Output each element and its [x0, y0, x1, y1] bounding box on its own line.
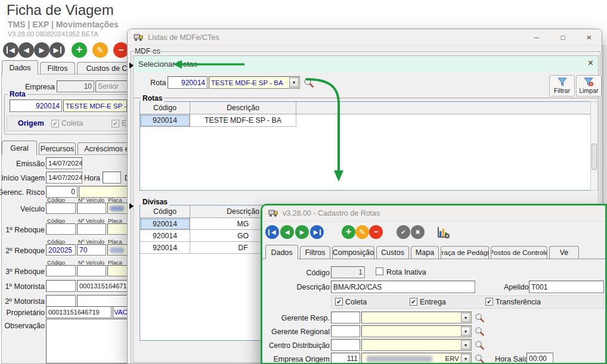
chart-settings-icon[interactable]: [437, 226, 450, 239]
rotas-col-codigo[interactable]: Código: [140, 102, 190, 114]
reboque2-num-field[interactable]: 70: [77, 244, 106, 256]
next-record-button[interactable]: ▶: [295, 225, 309, 239]
motorista1-codigo-field[interactable]: [46, 280, 76, 292]
rotas-row-descricao[interactable]: TESTE MDF-E SP - BA: [190, 114, 296, 127]
reboque3-placa-field[interactable]: [107, 265, 128, 276]
minimize-button[interactable]: ─: [524, 29, 549, 45]
descricao-field[interactable]: BMA/RJO/CAS: [331, 281, 475, 293]
motorista1-doc-field[interactable]: 00013151646719: [77, 280, 128, 292]
reboque1-num-field[interactable]: [77, 223, 106, 235]
veiculo-codigo-field[interactable]: [46, 203, 76, 214]
rota-select-combo[interactable]: TESTE MDF-E SP - BA ▼: [209, 76, 300, 89]
close-button[interactable]: ×: [577, 29, 602, 45]
prev-record-button[interactable]: ◀: [18, 42, 34, 58]
gerenc-risco-field[interactable]: 0: [46, 186, 78, 198]
tab-cadastro-custos[interactable]: Custos: [376, 246, 409, 259]
add-button[interactable]: +: [72, 42, 87, 58]
centro-distribuicao-combo[interactable]: ▼: [361, 339, 472, 351]
entrega-checkbox[interactable]: ✔: [112, 120, 119, 127]
rotas-row-codigo[interactable]: 920014: [140, 114, 190, 127]
search-icon[interactable]: [475, 354, 485, 364]
motorista2-codigo-field[interactable]: [46, 295, 76, 307]
search-icon[interactable]: [475, 340, 485, 350]
gerente-regional-code-field[interactable]: [331, 325, 360, 337]
inicio-viagem-field[interactable]: 14/07/2024: [46, 172, 82, 183]
rota-combo-dropdown-button[interactable]: ▼: [289, 77, 299, 88]
emissao-field[interactable]: 14/07/2024: [46, 157, 82, 169]
veiculo-num-field[interactable]: [77, 203, 106, 214]
reboque3-codigo-field[interactable]: [46, 265, 76, 276]
scrollbar-track[interactable]: [590, 101, 598, 191]
divisas-row-codigo[interactable]: 920014: [140, 230, 190, 242]
codigo-field[interactable]: 1: [331, 266, 365, 278]
rota-code-field[interactable]: 920014: [10, 99, 62, 112]
hora-saida-field[interactable]: 00:00: [527, 353, 553, 364]
first-record-button[interactable]: ◀: [3, 42, 18, 58]
reboque1-placa-field[interactable]: [107, 223, 128, 235]
last-record-button[interactable]: ▶: [310, 225, 324, 239]
maximize-button[interactable]: □: [550, 29, 575, 45]
motorista2-doc-field[interactable]: [77, 295, 128, 307]
edit-button[interactable]: ✎: [92, 42, 108, 58]
entrega-checkbox[interactable]: ✔: [410, 298, 417, 306]
empresa-origem-combo[interactable]: ERV ▼: [361, 353, 472, 364]
combo-dropdown-button[interactable]: ▼: [461, 326, 470, 336]
confirm-button[interactable]: ✔: [397, 225, 410, 239]
rota-inativa-checkbox[interactable]: [376, 267, 383, 275]
empresa-origem-code-field[interactable]: 111: [331, 353, 360, 364]
combo-dropdown-button[interactable]: ▼: [461, 340, 470, 350]
hora-field[interactable]: [103, 172, 121, 183]
reboque1-codigo-field[interactable]: [46, 223, 76, 235]
veiculo-placa-field[interactable]: [107, 203, 128, 214]
divisas-row-codigo[interactable]: 920014: [140, 218, 190, 230]
next-record-button[interactable]: ▶: [34, 42, 49, 58]
combo-dropdown-button[interactable]: ▼: [461, 354, 470, 363]
divisas-col-codigo[interactable]: Código: [140, 206, 190, 218]
tab-dados[interactable]: Dados: [2, 60, 38, 74]
gerenc-risco-desc-field[interactable]: [79, 186, 128, 198]
apelido-field[interactable]: T001: [529, 281, 604, 293]
empresa-code-field[interactable]: 10: [57, 80, 94, 92]
search-icon[interactable]: [475, 313, 485, 323]
search-icon[interactable]: [475, 326, 485, 337]
tab-cadastro-composicao[interactable]: Composição: [332, 246, 374, 259]
proprietario-name-field[interactable]: VAC: [113, 306, 128, 318]
tab-filtros[interactable]: Filtros: [40, 62, 75, 74]
gerente-resp-combo[interactable]: ▼: [361, 312, 472, 323]
table-row[interactable]: 920014 TESTE MDF-E SP - BA: [140, 114, 296, 127]
coleta-checkbox[interactable]: ✔: [335, 298, 343, 306]
centro-distribuicao-code-field[interactable]: [331, 339, 360, 351]
panel-close-button[interactable]: ×: [588, 58, 593, 69]
tab-cadastro-filtros[interactable]: Filtros: [300, 246, 330, 259]
tab-cadastro-veiculos[interactable]: Ve: [549, 246, 579, 259]
tab-cadastro-postos-controle[interactable]: Postos de Controle: [491, 246, 547, 259]
rota-desc-field[interactable]: TESTE MDF-E SP - BA: [63, 99, 127, 112]
last-record-button[interactable]: ▶: [49, 42, 65, 58]
first-record-button[interactable]: ◀: [265, 225, 279, 239]
cancel-button[interactable]: ✖: [411, 225, 425, 239]
proprietario-doc-field[interactable]: 00013151646719: [46, 306, 112, 318]
reboque3-num-field[interactable]: [77, 265, 106, 276]
empresa-name-field[interactable]: Senior: [95, 80, 128, 92]
tab-percursos[interactable]: Percursos: [39, 142, 76, 155]
observacao-textarea[interactable]: [46, 319, 128, 363]
tab-geral[interactable]: Geral: [2, 141, 37, 155]
rotas-col-descricao[interactable]: Descrição: [190, 102, 296, 114]
rota-select-code-field[interactable]: 920014: [168, 76, 208, 89]
transferencia-checkbox[interactable]: ✔: [485, 298, 493, 306]
edit-button[interactable]: ✎: [355, 225, 369, 239]
delete-button[interactable]: −: [369, 225, 383, 239]
coleta-checkbox[interactable]: ✔: [51, 120, 59, 127]
gerente-regional-combo[interactable]: ▼: [361, 325, 472, 337]
cadastro-titlebar[interactable]: v3.28.00 - Cadastro de Rotas: [262, 206, 605, 222]
listas-titlebar[interactable]: Listas de MDFe/CTes ─ □ ×: [128, 29, 602, 45]
combo-dropdown-button[interactable]: ▼: [461, 313, 470, 322]
divisas-row-codigo[interactable]: 920014: [140, 242, 190, 254]
gerente-resp-code-field[interactable]: [331, 312, 360, 323]
tab-cadastro-dados[interactable]: Dados: [265, 245, 298, 259]
tab-cadastro-mapa[interactable]: Mapa: [411, 246, 439, 259]
scrollbar-thumb[interactable]: [591, 144, 597, 170]
reboque2-placa-field[interactable]: [107, 244, 128, 256]
add-button[interactable]: +: [342, 225, 355, 239]
filtrar-button[interactable]: Filtrar: [549, 75, 575, 97]
